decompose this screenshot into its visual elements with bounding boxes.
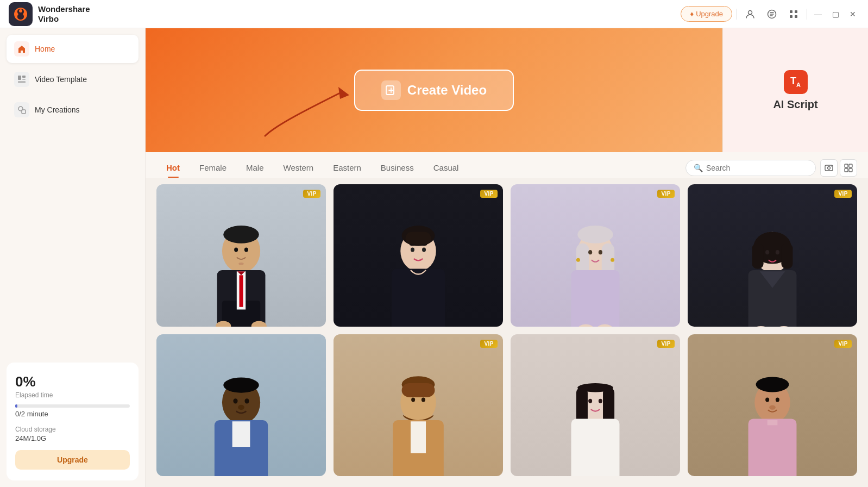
usage-time: 0/2 minute xyxy=(15,410,130,418)
vip-badge-3: VIP xyxy=(657,190,675,198)
filter-bar: Hot Female Male Western Eastern Business… xyxy=(146,152,868,178)
upgrade-button[interactable]: ♦ Upgrade xyxy=(681,6,732,22)
vip-badge-1: VIP xyxy=(303,190,320,198)
template-icon xyxy=(14,72,29,87)
svg-point-48 xyxy=(577,226,613,244)
app-name: Wondershare Virbo xyxy=(38,4,90,24)
svg-point-70 xyxy=(244,398,249,403)
svg-rect-19 xyxy=(845,164,848,167)
avatar-grid: VIP xyxy=(146,178,868,487)
banner-main: Create Video xyxy=(146,28,722,152)
sidebar: Home Video Template My Creations 0% Elap… xyxy=(0,28,146,487)
maximize-button[interactable]: ▢ xyxy=(829,8,842,21)
upgrade-sidebar-button[interactable]: Upgrade xyxy=(15,450,130,470)
separator2 xyxy=(807,9,807,20)
message-icon[interactable] xyxy=(763,5,781,23)
svg-point-33 xyxy=(244,248,248,252)
svg-rect-10 xyxy=(18,81,26,83)
search-input[interactable] xyxy=(706,164,808,172)
svg-point-2 xyxy=(749,10,752,14)
svg-point-62 xyxy=(776,250,779,254)
svg-point-18 xyxy=(831,165,832,166)
sidebar-item-my-creations[interactable]: My Creations xyxy=(7,96,139,124)
svg-point-51 xyxy=(599,250,602,254)
avatar-card-4[interactable]: VIP xyxy=(688,184,857,327)
vip-badge-7: VIP xyxy=(657,340,675,348)
avatar-image-5 xyxy=(156,334,326,477)
avatar-image-8: VIP xyxy=(688,334,857,477)
svg-rect-4 xyxy=(790,10,792,13)
tab-male[interactable]: Male xyxy=(236,158,274,178)
avatar-image-4: VIP xyxy=(688,184,857,327)
close-button[interactable]: ✕ xyxy=(846,8,859,21)
svg-point-85 xyxy=(599,399,602,403)
svg-rect-21 xyxy=(845,168,848,172)
avatar-card-5[interactable] xyxy=(156,334,326,477)
sidebar-item-video-template[interactable]: Video Template xyxy=(7,65,139,93)
svg-point-61 xyxy=(765,250,769,254)
create-video-button[interactable]: Create Video xyxy=(354,70,514,111)
apps-icon[interactable] xyxy=(785,5,802,23)
home-label: Home xyxy=(35,45,55,53)
tab-western[interactable]: Western xyxy=(274,158,324,178)
search-icon: 🔍 xyxy=(694,164,703,172)
separator xyxy=(737,9,737,20)
svg-rect-28 xyxy=(239,276,243,307)
usage-percent: 0% xyxy=(15,373,130,390)
svg-rect-59 xyxy=(781,244,792,269)
sidebar-item-home[interactable]: Home xyxy=(7,35,139,63)
avatar-card-7[interactable]: VIP xyxy=(511,334,680,477)
video-template-label: Video Template xyxy=(35,75,87,84)
account-icon[interactable] xyxy=(741,5,759,23)
avatar-card-3[interactable]: VIP xyxy=(511,184,680,327)
titlebar-left: Wondershare Virbo xyxy=(9,2,90,26)
svg-point-66 xyxy=(223,377,259,392)
tab-eastern[interactable]: Eastern xyxy=(323,158,371,178)
svg-rect-38 xyxy=(392,269,445,327)
titlebar-right: ♦ Upgrade — ▢ ✕ xyxy=(681,5,859,23)
vip-badge-6: VIP xyxy=(480,340,498,348)
vip-badge-8: VIP xyxy=(834,340,852,348)
svg-rect-6 xyxy=(790,15,792,18)
tab-hot[interactable]: Hot xyxy=(156,158,190,178)
svg-point-1 xyxy=(19,9,22,13)
storage-label: Cloud storage xyxy=(15,426,130,433)
content-area: Create Video TA AI Script Hot Female Mal… xyxy=(146,28,868,487)
titlebar: Wondershare Virbo ♦ Upgrade — ▢ ✕ xyxy=(0,0,868,28)
banner-ai-script[interactable]: TA AI Script xyxy=(722,28,868,152)
svg-rect-8 xyxy=(18,76,21,80)
main-layout: Home Video Template My Creations 0% Elap… xyxy=(0,28,868,487)
avatar-card-6[interactable]: VIP xyxy=(334,334,503,477)
svg-rect-74 xyxy=(402,383,435,397)
avatar-image-3: VIP xyxy=(511,184,680,327)
avatar-card-1[interactable]: VIP xyxy=(156,184,326,327)
svg-rect-7 xyxy=(795,15,797,18)
grid-view-button[interactable] xyxy=(840,159,857,177)
tab-casual[interactable]: Casual xyxy=(424,158,469,178)
svg-point-34 xyxy=(238,263,243,265)
svg-point-84 xyxy=(588,399,592,403)
svg-rect-5 xyxy=(795,10,797,13)
svg-rect-76 xyxy=(411,421,426,453)
avatar-image-7: VIP xyxy=(511,334,680,477)
app-logo xyxy=(9,2,33,26)
home-icon xyxy=(14,41,29,57)
svg-point-55 xyxy=(611,258,614,262)
svg-rect-89 xyxy=(768,420,778,425)
vip-badge-4: VIP xyxy=(834,190,852,198)
avatar-card-8[interactable]: VIP xyxy=(688,334,857,477)
banner-area: Create Video TA AI Script xyxy=(146,28,868,152)
avatar-card-2[interactable]: VIP xyxy=(334,184,503,327)
creations-icon xyxy=(14,102,29,117)
tab-business[interactable]: Business xyxy=(371,158,424,178)
svg-rect-88 xyxy=(749,419,797,476)
svg-rect-37 xyxy=(406,232,431,245)
search-box[interactable]: 🔍 xyxy=(685,160,816,176)
tab-female[interactable]: Female xyxy=(190,158,236,178)
svg-point-39 xyxy=(411,248,414,252)
avatar-image-6: VIP xyxy=(334,334,503,477)
minimize-button[interactable]: — xyxy=(812,8,825,21)
svg-point-41 xyxy=(410,244,416,246)
svg-point-50 xyxy=(588,250,592,254)
camera-view-button[interactable] xyxy=(820,159,838,177)
